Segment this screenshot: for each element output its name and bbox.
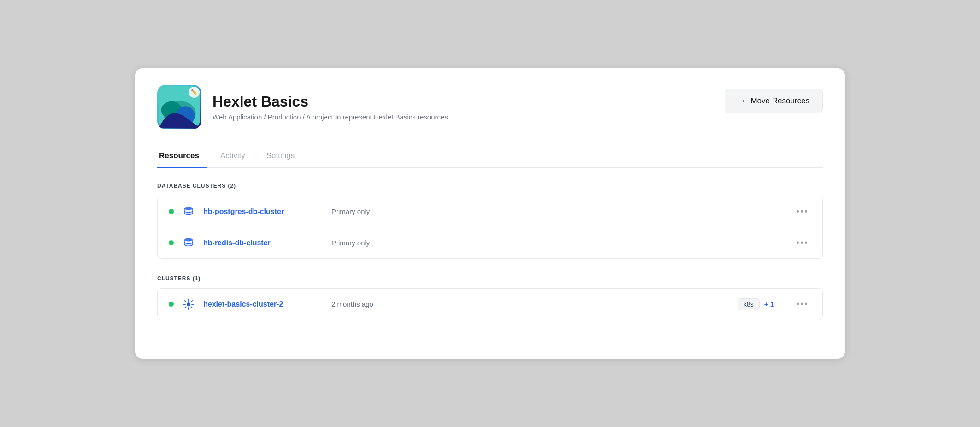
cluster-icon [182, 298, 195, 311]
clusters-list: hexlet-basics-cluster-2 2 months ago k8s… [157, 288, 823, 320]
tab-settings[interactable]: Settings [265, 147, 303, 168]
header-left: ✏️ Hexlet Basics Web Application / Produ… [157, 85, 450, 129]
tab-resources[interactable]: Resources [157, 147, 207, 168]
svg-line-16 [185, 307, 186, 308]
svg-line-15 [191, 300, 192, 302]
svg-point-6 [184, 238, 193, 241]
svg-line-14 [191, 307, 192, 308]
edit-badge: ✏️ [189, 87, 200, 98]
resource-name-redis[interactable]: hb-redis-db-cluster [203, 239, 323, 247]
database-icon [182, 237, 195, 249]
move-resources-label: Move Resources [750, 96, 809, 106]
resource-meta-postgres: Primary only [331, 208, 774, 215]
resource-name-postgres[interactable]: hb-postgres-db-cluster [203, 208, 323, 216]
status-dot [169, 209, 174, 214]
resource-tags: k8s + 1 [738, 298, 774, 310]
svg-point-5 [184, 211, 193, 214]
clusters-title: CLUSTERS (1) [157, 275, 823, 282]
app-subtitle: Web Application / Production / A project… [213, 113, 450, 121]
arrow-icon: → [738, 96, 746, 106]
more-options-button-postgres[interactable]: ••• [793, 204, 811, 219]
svg-point-7 [184, 243, 193, 246]
database-clusters-section: DATABASE CLUSTERS (2) hb-postgres-db-clu… [157, 183, 823, 259]
app-title: Hexlet Basics [213, 93, 450, 110]
tab-activity[interactable]: Activity [218, 147, 254, 168]
table-row: hb-postgres-db-cluster Primary only ••• [158, 196, 822, 227]
tabs-bar: Resources Activity Settings [157, 146, 823, 168]
tag-k8s: k8s [738, 298, 760, 310]
more-options-button-redis[interactable]: ••• [793, 236, 811, 250]
resource-meta-hexlet-cluster: 2 months ago [331, 300, 729, 308]
database-clusters-list: hb-postgres-db-cluster Primary only ••• … [157, 196, 823, 259]
svg-line-13 [185, 300, 186, 302]
more-options-button-hexlet-cluster[interactable]: ••• [793, 297, 811, 311]
resource-name-hexlet-cluster[interactable]: hexlet-basics-cluster-2 [203, 300, 323, 308]
status-dot [169, 240, 174, 245]
status-dot [169, 302, 174, 307]
resource-meta-redis: Primary only [331, 239, 774, 247]
table-row: hb-redis-db-cluster Primary only ••• [158, 227, 822, 258]
svg-point-8 [187, 302, 190, 306]
header: ✏️ Hexlet Basics Web Application / Produ… [157, 85, 823, 129]
header-info: Hexlet Basics Web Application / Producti… [213, 93, 450, 121]
move-resources-button[interactable]: → Move Resources [725, 89, 823, 113]
main-card: ✏️ Hexlet Basics Web Application / Produ… [135, 68, 845, 359]
app-icon: ✏️ [157, 85, 201, 129]
table-row: hexlet-basics-cluster-2 2 months ago k8s… [158, 289, 822, 320]
svg-point-4 [184, 207, 193, 210]
database-icon [182, 205, 195, 218]
tag-plus: + 1 [764, 300, 774, 308]
database-clusters-title: DATABASE CLUSTERS (2) [157, 183, 823, 189]
clusters-section: CLUSTERS (1) [157, 275, 823, 320]
